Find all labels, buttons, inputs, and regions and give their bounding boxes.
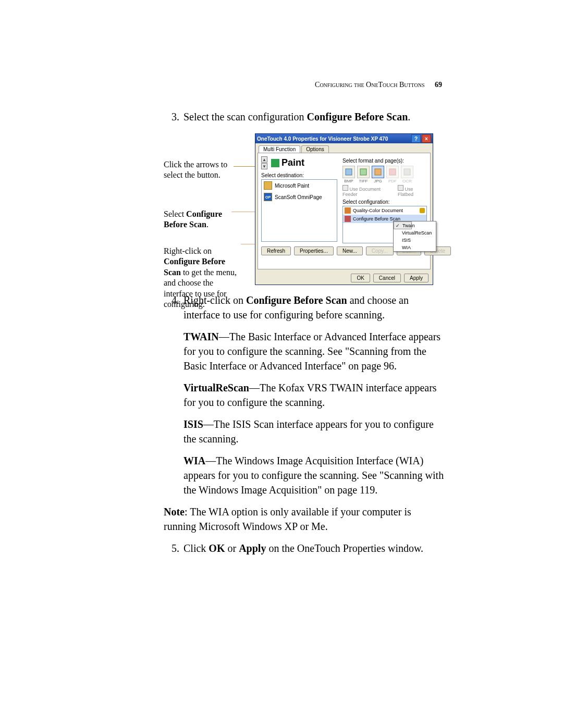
- para-virtualrescan: VirtualReScan—The Kofax VRS TWAIN interf…: [183, 380, 445, 410]
- para-note: Note: The WIA option is only available i…: [164, 504, 445, 534]
- step-5: 5. Click OK or Apply on the OneTouch Pro…: [164, 541, 445, 556]
- ctx-item-isis[interactable]: ISIS: [394, 237, 436, 244]
- ctx-item-virtualrescan[interactable]: VirtualReScan: [394, 229, 436, 237]
- step-3: 3. Select the scan configuration Configu…: [164, 109, 445, 124]
- page-number: 69: [435, 81, 442, 89]
- para-isis: ISIS—The ISIS Scan interface appears for…: [183, 417, 445, 446]
- step-4: 4. Right-click on Configure Before Scan …: [164, 293, 445, 322]
- para-wia: WIA—The Windows Image Acquisition Interf…: [183, 453, 445, 497]
- context-menu: Twain VirtualReScan ISIS WIA: [393, 221, 436, 252]
- ctx-item-twain[interactable]: Twain: [394, 221, 412, 229]
- ctx-item-wia[interactable]: WIA: [394, 244, 436, 251]
- header-title: Configuring the OneTouch Buttons: [315, 81, 424, 89]
- para-twain: TWAIN—The Basic Interface or Advanced In…: [183, 329, 445, 373]
- page-header: Configuring the OneTouch Buttons 69: [315, 81, 442, 89]
